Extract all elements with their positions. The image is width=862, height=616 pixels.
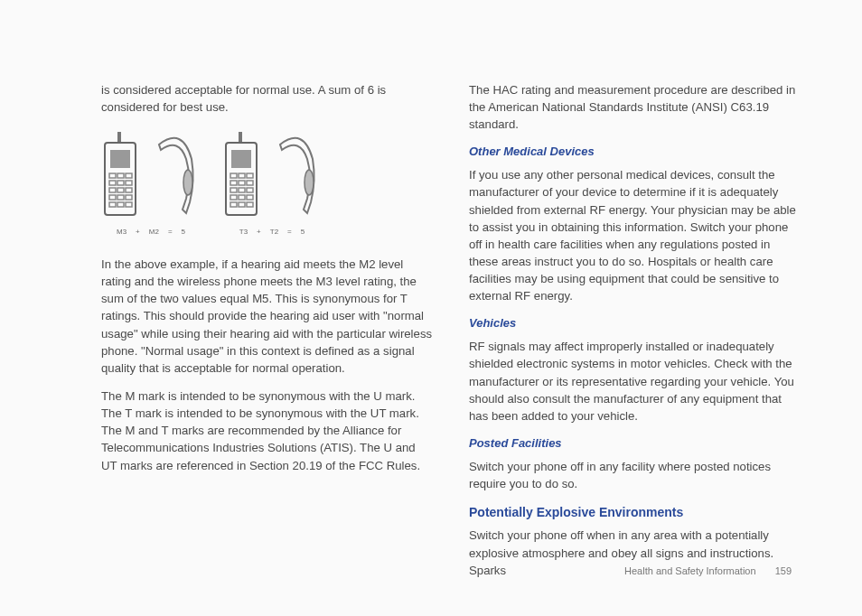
svg-rect-14 xyxy=(126,195,132,200)
footer-section-title: Health and Safety Information xyxy=(624,565,756,576)
figure-label: 5 xyxy=(301,227,305,238)
svg-rect-16 xyxy=(117,202,124,207)
figure-label: M3 xyxy=(117,227,126,238)
svg-rect-7 xyxy=(117,181,124,185)
svg-point-18 xyxy=(183,170,192,195)
svg-rect-29 xyxy=(239,188,245,192)
content-columns: is considered acceptable for normal use.… xyxy=(101,81,801,590)
paragraph: The M mark is intended to be synonymous … xyxy=(101,387,433,474)
svg-rect-35 xyxy=(239,202,245,207)
svg-rect-27 xyxy=(247,181,253,185)
svg-point-37 xyxy=(305,170,314,195)
svg-rect-30 xyxy=(247,188,253,192)
paragraph: The HAC rating and measurement procedure… xyxy=(469,81,801,133)
svg-rect-36 xyxy=(247,202,253,207)
svg-rect-28 xyxy=(230,188,237,192)
figure-label: T2 xyxy=(270,227,278,238)
svg-rect-6 xyxy=(109,181,116,185)
paragraph: RF signals may affect improperly install… xyxy=(469,338,801,425)
page-number: 159 xyxy=(775,565,792,576)
figure-group-t: T3 + T2 = 5 xyxy=(222,132,322,238)
paragraph: In the above example, if a hearing aid m… xyxy=(101,256,433,377)
hearing-aid-icon xyxy=(269,132,322,223)
phone-icon xyxy=(222,132,260,223)
svg-rect-12 xyxy=(109,195,116,200)
svg-rect-8 xyxy=(126,181,132,185)
svg-rect-0 xyxy=(117,132,121,143)
left-column: is considered acceptable for normal use.… xyxy=(101,81,433,590)
paragraph: Switch your phone off in any facility wh… xyxy=(469,458,801,492)
svg-rect-13 xyxy=(117,195,124,200)
hac-rating-figure: M3 + M2 = 5 xyxy=(101,132,433,238)
figure-label: = xyxy=(287,227,292,238)
svg-rect-24 xyxy=(247,173,253,178)
svg-rect-11 xyxy=(126,188,132,192)
svg-rect-31 xyxy=(230,195,237,200)
svg-rect-33 xyxy=(247,195,253,200)
svg-rect-9 xyxy=(109,188,116,192)
svg-rect-34 xyxy=(230,202,237,207)
svg-rect-23 xyxy=(239,173,245,178)
svg-rect-15 xyxy=(109,202,116,207)
figure-label: + xyxy=(257,227,261,238)
figure-label: + xyxy=(136,227,140,238)
svg-rect-26 xyxy=(239,181,245,185)
svg-rect-32 xyxy=(239,195,245,200)
figure-label: T3 xyxy=(239,227,248,238)
svg-rect-4 xyxy=(117,173,124,178)
hearing-aid-icon xyxy=(148,132,201,223)
svg-rect-25 xyxy=(230,181,237,185)
figure-group-m: M3 + M2 = 5 xyxy=(101,132,201,238)
svg-rect-21 xyxy=(231,150,251,168)
figure-label: 5 xyxy=(182,227,185,238)
svg-rect-3 xyxy=(109,173,116,178)
svg-rect-5 xyxy=(126,173,132,178)
subheading-posted-facilities: Posted Facilities xyxy=(469,435,801,453)
page-footer: Health and Safety Information 159 xyxy=(624,565,792,576)
figure-label: = xyxy=(168,227,173,238)
svg-rect-22 xyxy=(230,173,237,178)
figure-label: M2 xyxy=(149,227,159,238)
svg-rect-17 xyxy=(126,202,132,207)
subheading-vehicles: Vehicles xyxy=(469,315,801,332)
svg-rect-10 xyxy=(117,188,124,192)
page: is considered acceptable for normal use.… xyxy=(0,0,862,616)
paragraph: If you use any other personal medical de… xyxy=(469,166,801,304)
right-column: The HAC rating and measurement procedure… xyxy=(469,81,801,590)
subheading-other-medical-devices: Other Medical Devices xyxy=(469,144,801,161)
svg-rect-2 xyxy=(110,150,130,168)
phone-icon xyxy=(101,132,139,223)
svg-rect-19 xyxy=(239,132,242,143)
heading-potentially-explosive-environments: Potentially Explosive Environments xyxy=(469,503,801,521)
paragraph: is considered acceptable for normal use.… xyxy=(101,81,433,116)
